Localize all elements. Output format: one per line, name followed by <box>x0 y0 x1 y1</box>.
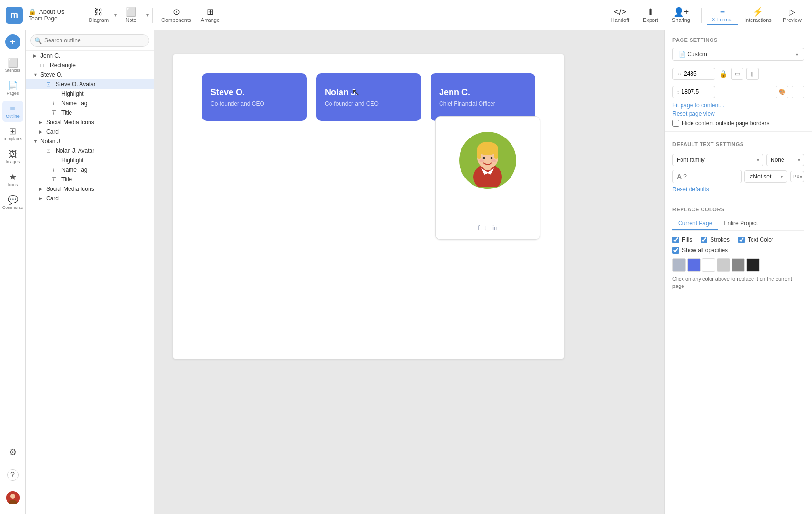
canvas[interactable]: Steve O. Co-founder and CEO Nolan J. Co-… <box>154 30 664 514</box>
font-size-input[interactable] <box>683 173 702 180</box>
width-input-box[interactable]: ↔ <box>672 68 715 80</box>
pages-label: Pages <box>7 91 19 96</box>
show-opacities-row: Show all opacities <box>665 245 812 256</box>
sidebar-item-comments[interactable]: 💬 Comments <box>2 192 23 213</box>
sidebar-item-pages[interactable]: 📄 Pages <box>2 78 23 99</box>
outline-item-nametag-nolan[interactable]: T Name Tag <box>26 165 154 175</box>
jenn-c-name: Jenn C. <box>439 88 527 98</box>
sidebar-item-outline[interactable]: ≡ Outline <box>2 101 23 122</box>
fit-page-link[interactable]: Fit page to content... <box>665 101 812 109</box>
landscape-icon[interactable]: ▭ <box>746 68 759 80</box>
steve-avatar-icon: ⊡ <box>46 81 54 88</box>
reset-view-link[interactable]: Reset page view <box>665 109 812 118</box>
arrange-tool[interactable]: ⊞ Arrange <box>196 6 224 25</box>
preview-tool[interactable]: ▷ Preview <box>778 6 806 25</box>
sidebar-item-images[interactable]: 🖼 Images <box>2 147 23 168</box>
hide-content-checkbox[interactable] <box>672 120 679 127</box>
nolan-j-label: Nolan J <box>40 138 60 145</box>
note-label: Note <box>125 17 136 23</box>
outline-item-nametag-steve[interactable]: T Name Tag <box>26 99 154 108</box>
add-element-button[interactable]: + <box>5 34 20 49</box>
sharing-tool[interactable]: 👤+ Sharing <box>667 6 695 25</box>
font-style-dropdown[interactable]: None ▾ <box>766 154 804 166</box>
portrait-icon[interactable]: ▭ <box>731 68 743 80</box>
components-icon: ⊙ <box>173 8 180 16</box>
font-style-label: None <box>771 157 784 163</box>
interactions-icon: ⚡ <box>752 8 763 16</box>
font-not-set-dropdown[interactable]: 𝑇 Not set ▾ <box>744 170 787 183</box>
height-input-box[interactable]: ↕ <box>672 86 715 98</box>
jenn-c-white-card[interactable]: f 𝕥 in <box>435 116 540 240</box>
outline-item-social-steve[interactable]: ▶ Social Media Icons <box>26 118 154 127</box>
color-swatch-dark-gray[interactable] <box>732 258 745 272</box>
rectangle-label: Rectangle <box>50 62 76 69</box>
sidebar-item-icons[interactable]: ★ Icons <box>2 169 23 190</box>
height-input[interactable] <box>682 89 708 95</box>
outline-item-highlight-nolan[interactable]: Highlight <box>26 156 154 165</box>
text-color-checkbox[interactable] <box>738 237 745 243</box>
strokes-checkbox[interactable] <box>701 237 707 243</box>
color-swatch-white[interactable] <box>702 258 715 272</box>
card-steve-o[interactable]: Steve O. Co-founder and CEO <box>202 73 307 121</box>
note-arrow[interactable]: ▾ <box>146 12 149 18</box>
svg-point-1 <box>10 494 15 499</box>
color-swatch-gray-light[interactable] <box>672 258 686 272</box>
outline-item-card-nolan[interactable]: ▶ Card <box>26 194 154 203</box>
sidebar-item-stencils[interactable]: ⬜ Stencils <box>2 55 23 76</box>
color-swatch-black[interactable] <box>746 258 760 272</box>
page-size-dropdown[interactable]: 📄 Custom ▾ <box>672 48 804 61</box>
images-icon: 🖼 <box>9 150 17 158</box>
sidebar-item-templates[interactable]: ⊞ Templates <box>2 124 23 145</box>
outline-item-nolan-avatar[interactable]: ⊡ Nolan J. Avatar <box>26 146 154 156</box>
color-swatch-blue[interactable] <box>687 258 701 272</box>
not-set-arrow: ▾ <box>781 174 783 179</box>
interactions-tool[interactable]: ⚡ Interactions <box>740 6 776 25</box>
svg-point-14 <box>491 159 496 162</box>
linkedin-icon: in <box>492 224 498 232</box>
fills-checkbox[interactable] <box>672 237 679 243</box>
comments-icon: 💬 <box>8 196 18 204</box>
entire-project-tab[interactable]: Entire Project <box>718 217 763 230</box>
width-input[interactable] <box>684 70 710 77</box>
search-input[interactable] <box>30 34 149 47</box>
outline-item-nolan-j[interactable]: ▼ Nolan J <box>26 137 154 146</box>
help-button[interactable]: ? <box>2 465 23 485</box>
outline-item-steve-avatar[interactable]: ⊡ Steve O. Avatar <box>26 79 154 89</box>
outline-item-social-nolan[interactable]: ▶ Social Media Icons <box>26 184 154 194</box>
outline-item-rectangle[interactable]: □ Rectangle <box>26 60 154 70</box>
card-nolan-j[interactable]: Nolan J. Co-founder and CEO <box>316 73 421 121</box>
nolan-avatar-icon: ⊡ <box>46 148 54 154</box>
page-size-arrow: ▾ <box>796 52 798 57</box>
card-jenn-c-top[interactable]: Jenn C. Chief Financial Officer <box>431 73 535 121</box>
outline-item-highlight-steve[interactable]: Highlight <box>26 89 154 99</box>
diagram-tool[interactable]: ⛓ Diagram ▾ <box>84 6 117 25</box>
lock-dimensions-icon[interactable]: 🔒 <box>719 70 727 78</box>
outline-item-card-steve[interactable]: ▶ Card <box>26 127 154 137</box>
show-opacities-checkbox[interactable] <box>672 247 679 254</box>
export-tool[interactable]: ⬆ Export <box>636 6 665 25</box>
outline-item-steve-o[interactable]: ▼ Steve O. <box>26 70 154 79</box>
reset-defaults-link[interactable]: Reset defaults <box>665 185 812 194</box>
interactions-label: Interactions <box>744 17 772 23</box>
color-swatch-gray-medium[interactable] <box>717 258 730 272</box>
format-tool[interactable]: ≡ 3 Format <box>707 5 738 25</box>
settings-button[interactable]: ⚙ <box>2 442 23 463</box>
settings-icon: ⚙ <box>9 448 17 456</box>
handoff-tool[interactable]: </> Handoff <box>606 6 634 25</box>
toolbar: m 🔒 About Us Team Page ⛓ Diagram ▾ ⬜ Not… <box>0 0 812 30</box>
outline-item-title-nolan[interactable]: T Title <box>26 175 154 184</box>
user-avatar[interactable] <box>2 487 23 508</box>
fill-color-icon[interactable]: 🎨 <box>776 86 788 98</box>
current-page-tab[interactable]: Current Page <box>672 217 718 230</box>
svg-point-11 <box>483 157 485 159</box>
font-size-input-box[interactable]: A <box>672 170 742 183</box>
bg-color-swatch[interactable] <box>792 86 804 98</box>
outline-item-jenn-c[interactable]: ▶ Jenn C. <box>26 51 154 60</box>
card-steve-label: Card <box>46 128 59 135</box>
app-logo[interactable]: m <box>6 7 23 24</box>
outline-item-title-steve[interactable]: T Title <box>26 108 154 118</box>
outline-content: ▶ Jenn C. □ Rectangle ▼ Steve O. ⊡ Steve… <box>26 51 154 514</box>
components-tool[interactable]: ⊙ Components <box>157 6 196 25</box>
font-family-dropdown[interactable]: Font family ▾ <box>672 154 763 166</box>
note-tool[interactable]: ⬜ Note ▾ <box>117 6 149 25</box>
